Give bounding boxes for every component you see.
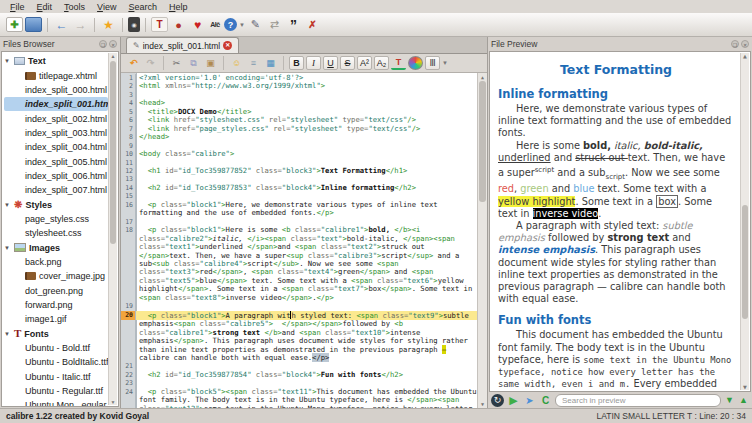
file-item-index-split-007-html[interactable]: index_split_007.html (4, 183, 108, 197)
close-panel-icon[interactable]: ✕ (741, 40, 749, 48)
compare-icon[interactable]: ⇄ (266, 17, 283, 32)
cut-icon[interactable]: ✂ (169, 56, 184, 70)
editor-scrollbar[interactable]: ▲ ▼ (477, 73, 487, 408)
scroll-up-icon[interactable]: ▲ (109, 53, 117, 59)
dropdown-caret-icon[interactable]: ▼ (239, 22, 245, 28)
section-fonts[interactable]: ▼TFonts (4, 327, 108, 341)
background-color-icon[interactable] (408, 56, 423, 70)
spellcheck-icon[interactable]: Ałč (208, 17, 222, 32)
paste-icon[interactable]: ▣ (203, 56, 218, 70)
donate-icon[interactable]: ♥ (189, 17, 206, 32)
collapse-triangle-icon[interactable]: ▼ (4, 331, 11, 337)
file-item-ubuntu-bold-ttf[interactable]: Ubuntu - Bold.ttf (4, 341, 108, 355)
code-line: emphasis<span class="calibre5"> </span><… (121, 320, 478, 362)
insert-tag-icon[interactable]: ≡ (246, 56, 261, 70)
file-item-index-split-000-html[interactable]: index_split_000.html (4, 83, 108, 97)
file-item-index-split-001-html[interactable]: index_split_001.html (4, 97, 108, 111)
app-version-label: calibre 1.22 created by Kovid Goyal (6, 411, 149, 421)
file-item-stylesheet-css[interactable]: stylesheet.css (4, 226, 108, 240)
files-scrollbar[interactable]: ▲ ▼ (108, 53, 117, 405)
section-styles[interactable]: ▼❋Styles (4, 197, 108, 211)
run-preview-icon[interactable]: ▶ (507, 394, 520, 407)
file-item-index-split-002-html[interactable]: index_split_002.html (4, 111, 108, 125)
undo-icon[interactable]: ← (53, 17, 70, 32)
preview-scrollbar[interactable]: ▲ ▼ (740, 53, 749, 390)
fix-html-icon[interactable]: ★ (100, 17, 117, 32)
scroll-up-icon[interactable]: ▲ (741, 53, 749, 59)
menu-edit[interactable]: Edit (31, 2, 59, 12)
change-case-icon[interactable]: Ⅲ (425, 56, 440, 70)
file-item-titlepage-xhtml[interactable]: titlepage.xhtml (4, 68, 108, 82)
file-item-ubuntu-italic-ttf[interactable]: Ubuntu - Italic.ttf (4, 370, 108, 384)
file-item-ubuntu-bolditalic-ttf[interactable]: Ubuntu - BoldItalic.ttf (4, 355, 108, 369)
superscript-icon[interactable]: A² (357, 56, 372, 70)
undo-edit-icon[interactable]: ↶ (126, 56, 141, 70)
file-item-page-styles-css[interactable]: page_styles.css (4, 212, 108, 226)
scroll-down-icon[interactable]: ▼ (741, 384, 749, 390)
file-item-ubuntu-regular-ttf[interactable]: Ubuntu - Regular.ttf (4, 384, 108, 398)
line-number: 11 (121, 159, 136, 167)
toolbar-separator (145, 18, 146, 32)
menu-view[interactable]: View (91, 2, 122, 12)
collapse-triangle-icon[interactable]: ▼ (4, 245, 11, 251)
remove-unused-css-icon[interactable]: ✗ (304, 17, 321, 32)
embed-fonts-icon[interactable]: T (151, 17, 168, 32)
smarten-punctuation-icon[interactable]: ” (285, 17, 302, 32)
redo-icon[interactable]: → (72, 17, 89, 32)
file-item-cover-image-jpg[interactable]: cover_image.jpg (4, 269, 108, 283)
file-item-ubuntu-mon-egular-ttf[interactable]: Ubuntu Mon...egular.ttf (4, 398, 108, 407)
section-text[interactable]: ▼Text (4, 54, 108, 68)
check-book-icon[interactable]: ● (170, 17, 187, 32)
file-item-dot-green-png[interactable]: dot_green.png (4, 284, 108, 298)
code-line: 16 <p class="block1">Here, we demonstrat… (121, 201, 478, 218)
redo-edit-icon[interactable]: ↷ (143, 56, 158, 70)
italic-icon[interactable]: I (306, 56, 321, 70)
bold-icon[interactable]: B (289, 56, 304, 70)
text-color-icon[interactable]: T (391, 56, 406, 70)
menu-file[interactable]: File (4, 2, 31, 12)
collapse-triangle-icon[interactable]: ▼ (4, 58, 11, 64)
underline-icon[interactable]: U (323, 56, 338, 70)
help-icon[interactable]: ? (224, 18, 237, 31)
subscript-icon[interactable]: A₂ (374, 56, 389, 70)
section-images[interactable]: ▼Images (4, 240, 108, 254)
find-next-icon[interactable]: ▼ (724, 394, 735, 407)
strikethrough-icon[interactable]: S (340, 56, 355, 70)
file-item-forward-png[interactable]: forward.png (4, 298, 108, 312)
new-file-icon[interactable]: ✚ (6, 17, 23, 32)
file-item-index-split-006-html[interactable]: index_split_006.html (4, 169, 108, 183)
special-char-icon[interactable]: ☺ (229, 56, 244, 70)
line-number: 22 (121, 371, 136, 379)
collapse-triangle-icon[interactable]: ▼ (4, 202, 11, 208)
file-item-index-split-004-html[interactable]: index_split_004.html (4, 140, 108, 154)
find-previous-icon[interactable]: ▲ (738, 394, 749, 407)
close-tab-icon[interactable]: ✕ (223, 41, 232, 50)
preview-search-input[interactable] (555, 394, 721, 407)
file-item-image1-gif[interactable]: image1.gif (4, 312, 108, 326)
menu-help[interactable]: Help (163, 2, 194, 12)
close-panel-icon[interactable]: ✕ (109, 40, 117, 48)
refresh-preview-icon[interactable]: ↻ (491, 394, 504, 407)
insert-image-icon[interactable]: ▦ (263, 56, 278, 70)
file-name: titlepage.xhtml (39, 71, 97, 81)
beautify-files-icon[interactable]: ✎ (247, 17, 264, 32)
menu-tools[interactable]: Tools (58, 2, 91, 12)
file-item-index-split-003-html[interactable]: index_split_003.html (4, 126, 108, 140)
save-book-icon[interactable] (25, 17, 42, 32)
scroll-down-icon[interactable]: ▼ (478, 400, 487, 408)
float-panel-icon[interactable]: ❏ (731, 40, 739, 48)
code-editor[interactable]: 1<?xml version='1.0' encoding='utf-8'?>2… (121, 73, 487, 408)
file-item-back-png[interactable]: back.png (4, 255, 108, 269)
menu-search[interactable]: Search (122, 2, 163, 12)
reload-preview-icon[interactable]: C (539, 394, 552, 407)
tab-index-split-001[interactable]: ✎ index_split_001.html ✕ (126, 37, 239, 53)
sync-preview-icon[interactable]: ➤ (523, 394, 536, 407)
code-text: <h1 id="id_Toc359877852" class="block3">… (136, 167, 478, 175)
scroll-down-icon[interactable]: ▼ (109, 399, 117, 405)
float-panel-icon[interactable]: ❏ (99, 40, 107, 48)
copy-icon[interactable]: ⧉ (186, 56, 201, 70)
file-item-index-split-005-html[interactable]: index_split_005.html (4, 154, 108, 168)
dropdown-caret-icon[interactable]: ▼ (442, 60, 448, 66)
device-icon[interactable]: ◉ (128, 17, 140, 32)
line-number: 13 (121, 175, 136, 183)
